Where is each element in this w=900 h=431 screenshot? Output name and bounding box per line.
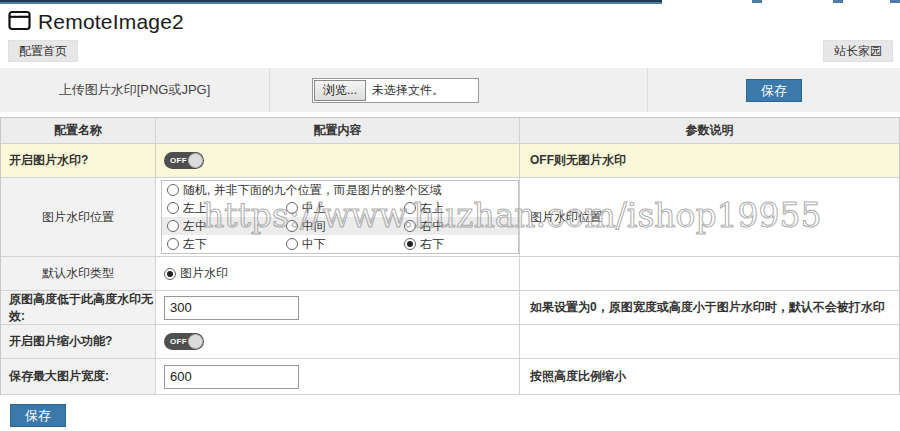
row-label: 保存最大图片宽度: [1,359,156,394]
radio-option-random[interactable]: 随机, 并非下面的九个位置，而是图片的整个区域 [162,182,442,199]
row-enable-shrink: 开启图片缩小功能? OFF [1,325,899,359]
upload-watermark-row: 上传图片水印[PNG或JPG] 浏览... 未选择文件。 保存 [0,68,900,112]
radio-option-top-left[interactable]: 左上 [162,200,281,217]
radio-icon-selected [164,268,176,280]
radio-label: 随机, 并非下面的九个位置，而是图片的整个区域 [183,182,442,199]
radio-icon [404,220,416,232]
link-webmaster-home[interactable]: 站长家园 [823,40,893,62]
radio-icon [167,202,179,214]
config-table: 配置名称 配置内容 参数说明 开启图片水印? OFF OFF则无图片水印 图片水… [0,117,900,395]
min-height-input[interactable] [164,296,299,320]
row-content: OFF [156,144,520,177]
radio-option-top-right[interactable]: 右上 [399,200,518,217]
row-content: OFF [156,325,520,358]
row-label: 原图高度低于此高度水印无效: [1,291,156,324]
row-min-height: 原图高度低于此高度水印无效: 如果设置为0，原图宽度或高度小于图片水印时，默认不… [1,291,899,325]
radio-icon [286,202,298,214]
radio-label: 左中 [183,218,207,235]
row-desc: 如果设置为0，原图宽度或高度小于图片水印时，默认不会被打水印 [520,291,899,324]
radio-label: 中下 [302,236,326,253]
toggle-knob [188,334,203,349]
row-label: 默认水印类型 [1,257,156,290]
page-header: RemoteImage2 [8,10,184,34]
col-header-content: 配置内容 [156,118,520,143]
table-header-row: 配置名称 配置内容 参数说明 [1,118,899,144]
row-desc: 按照高度比例缩小 [520,359,899,394]
row-content [156,291,520,324]
page-title: RemoteImage2 [38,10,184,34]
radio-label: 左下 [183,236,207,253]
radio-label: 左上 [183,200,207,217]
page: RemoteImage2 配置首页 站长家园 上传图片水印[PNG或JPG] 浏… [0,0,900,431]
radio-icon [286,220,298,232]
upload-save-button[interactable]: 保存 [746,79,802,102]
radio-label: 中上 [302,200,326,217]
radio-icon [404,202,416,214]
radio-option-image-watermark[interactable]: 图片水印 [164,265,228,282]
row-enable-watermark: 开启图片水印? OFF OFF则无图片水印 [1,144,899,178]
radio-icon [167,238,179,250]
file-input-status: 未选择文件。 [372,82,444,99]
position-row-top: 左上 中上 右上 [162,199,518,217]
radio-label: 右下 [420,236,444,253]
browse-button[interactable]: 浏览... [314,80,366,101]
radio-option-bottom-left[interactable]: 左下 [162,236,281,253]
row-content: 随机, 并非下面的九个位置，而是图片的整个区域 左上 中上 右上 左中 中间 右… [156,178,520,256]
toggle-state-label: OFF [170,337,187,346]
bottom-save-area: 保存 [10,404,66,427]
radio-icon [167,220,179,232]
toggle-knob [188,153,203,168]
radio-option-center[interactable]: 中间 [281,218,400,235]
row-desc: 图片水印位置 [520,178,899,256]
watermark-toggle[interactable]: OFF [164,152,204,169]
row-desc [520,325,899,358]
upload-label: 上传图片水印[PNG或JPG] [0,68,270,112]
position-row-bottom: 左下 中下 右下 [162,235,518,253]
toggle-state-label: OFF [170,156,187,165]
radio-label: 图片水印 [180,265,228,282]
radio-icon [167,184,179,196]
radio-option-middle-right[interactable]: 右中 [399,218,518,235]
strip-segment-main [0,0,662,4]
radio-option-middle-left[interactable]: 左中 [162,218,281,235]
strip-segment [752,0,762,3]
strip-segment [833,0,843,3]
radio-icon [286,238,298,250]
file-input[interactable]: 浏览... 未选择文件。 [312,78,479,103]
col-header-desc: 参数说明 [520,118,899,143]
position-options-box: 随机, 并非下面的九个位置，而是图片的整个区域 左上 中上 右上 左中 中间 右… [161,180,519,254]
browser-edge-strip [0,0,900,4]
strip-segment [890,0,900,3]
radio-label: 右上 [420,200,444,217]
max-width-input[interactable] [164,365,299,389]
row-desc: OFF则无图片水印 [520,144,899,177]
row-label: 开启图片水印? [1,144,156,177]
row-content: 图片水印 [156,257,520,290]
radio-icon-selected [404,238,416,250]
position-row-random: 随机, 并非下面的九个位置，而是图片的整个区域 [162,181,518,199]
row-max-width: 保存最大图片宽度: 按照高度比例缩小 [1,359,899,395]
upload-file-cell: 浏览... 未选择文件。 [270,68,648,112]
tab-config-home[interactable]: 配置首页 [8,40,78,62]
radio-label: 中间 [302,218,326,235]
row-watermark-position: 图片水印位置 随机, 并非下面的九个位置，而是图片的整个区域 左上 中上 右上 [1,178,899,257]
row-desc [520,257,899,290]
radio-option-bottom-right[interactable]: 右下 [399,236,518,253]
radio-label: 右中 [420,218,444,235]
radio-option-bottom-center[interactable]: 中下 [281,236,400,253]
position-row-middle: 左中 中间 右中 [162,217,518,235]
row-content [156,359,520,394]
save-button[interactable]: 保存 [10,404,66,427]
row-watermark-type: 默认水印类型 图片水印 [1,257,899,291]
shrink-toggle[interactable]: OFF [164,333,204,350]
window-icon [8,10,31,34]
row-label: 图片水印位置 [1,178,156,256]
row-label: 开启图片缩小功能? [1,325,156,358]
col-header-name: 配置名称 [1,118,156,143]
radio-option-top-center[interactable]: 中上 [281,200,400,217]
upload-save-cell: 保存 [648,68,900,112]
